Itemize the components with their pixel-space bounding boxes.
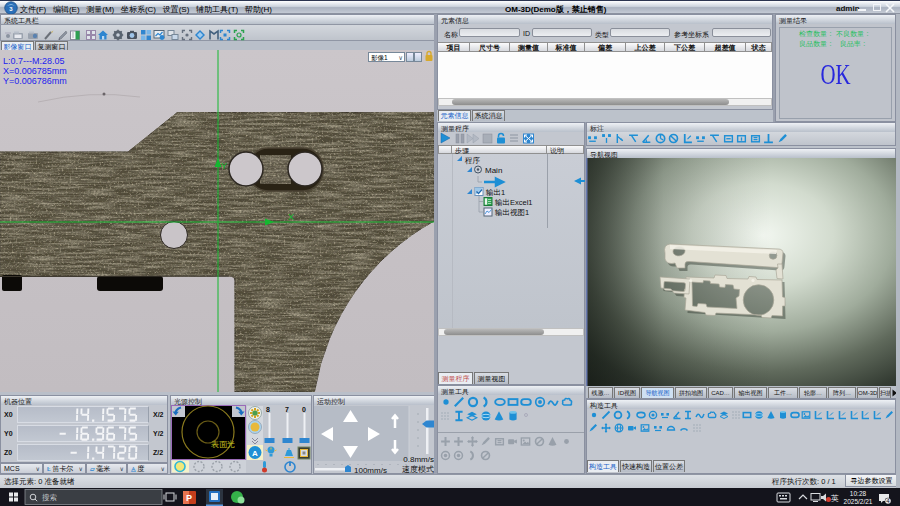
svg-text:X: X — [288, 212, 294, 222]
svg-text:0: 0 — [302, 406, 306, 413]
svg-text:Y=0.006786mm: Y=0.006786mm — [3, 76, 67, 86]
svg-text:搜索: 搜索 — [42, 493, 57, 502]
svg-text:10:28: 10:28 — [850, 490, 867, 497]
svg-text:英: 英 — [831, 494, 839, 503]
svg-text:Main: Main — [485, 166, 502, 175]
svg-text:P: P — [186, 493, 192, 503]
svg-text:输出1: 输出1 — [486, 188, 505, 197]
svg-text:0.8mm/s: 0.8mm/s — [403, 455, 434, 464]
svg-text:速度模式: 速度模式 — [402, 465, 434, 474]
svg-text:7: 7 — [285, 406, 289, 413]
svg-text:X=0.006785mm: X=0.006785mm — [3, 66, 67, 76]
svg-text:输出视图1: 输出视图1 — [495, 208, 529, 217]
svg-text:A: A — [252, 449, 258, 458]
svg-text:8: 8 — [266, 406, 270, 413]
svg-text:程序: 程序 — [464, 156, 481, 165]
svg-text:L:0.7---M:28.05: L:0.7---M:28.05 — [3, 56, 65, 66]
svg-text:100mm/s: 100mm/s — [354, 466, 387, 473]
svg-text:表面光: 表面光 — [211, 440, 235, 449]
svg-text:2025/2/21: 2025/2/21 — [844, 498, 873, 505]
svg-text:输出Excel1: 输出Excel1 — [495, 198, 533, 207]
svg-text:Y: Y — [221, 161, 227, 171]
